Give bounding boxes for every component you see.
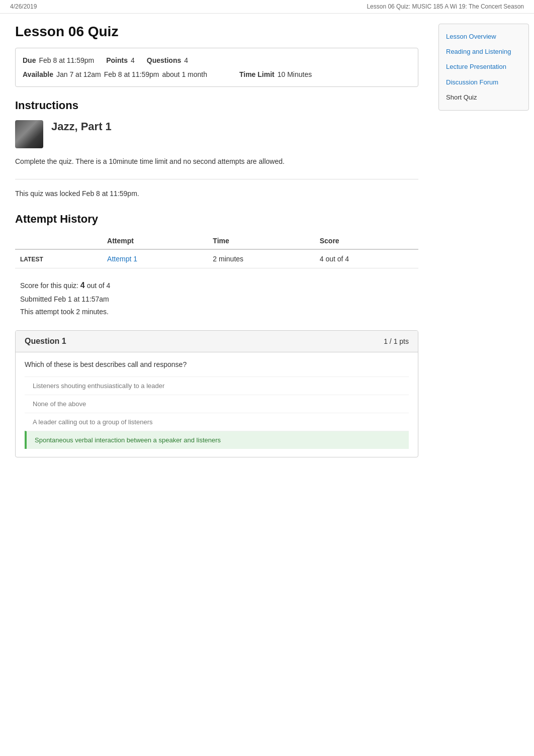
sidebar-link-2[interactable]: Lecture Presentation [446,63,506,70]
question-text-1: Which of these is best describes call an… [25,360,409,368]
page-subtitle: Lesson 06 Quiz: MUSIC 185 A Wi 19: The C… [367,3,524,10]
answer-option-1-4: Spontaneous verbal interaction between a… [25,431,409,449]
attempt-table: Attempt Time Score LATEST Attempt 1 2 mi… [15,233,418,268]
sidebar-item-3[interactable]: Discussion Forum [439,75,528,90]
score-summary: Score for this quiz: 4 out of 4 Submitte… [15,278,418,318]
sidebar-item-2[interactable]: Lecture Presentation [439,59,528,74]
question-number-1: Question 1 [25,337,66,346]
sidebar-box: Lesson OverviewReading and ListeningLect… [438,24,529,111]
col-attempt: Attempt [102,233,208,249]
instructions-block: Jazz, Part 1 [15,120,418,148]
attempt-score: 4 out of 4 [315,249,418,268]
date-label: 4/26/2019 [10,3,37,10]
available-duration: about 1 month [162,67,207,81]
col-empty [15,233,102,249]
locked-notice: This quiz was locked Feb 8 at 11:59pm. [15,190,418,198]
answer-option-1-3: A leader calling out to a group of liste… [25,413,409,431]
attempt-time: 2 minutes [208,249,314,268]
attempt-history-title: Attempt History [15,213,418,226]
questions-value: 4 [184,53,188,67]
points-label: Points [106,53,128,67]
quiz-meta: Due Feb 8 at 11:59pm Points 4 Questions … [15,48,418,87]
score-prefix: Score for this quiz: [20,281,78,290]
col-time: Time [208,233,314,249]
score-suffix: out of 4 [87,281,111,290]
sidebar: Lesson OverviewReading and ListeningLect… [433,14,534,478]
due-label: Due [23,53,36,67]
sidebar-link-0[interactable]: Lesson Overview [446,33,496,40]
question-points-1: 1 / 1 pts [384,337,409,345]
col-score: Score [315,233,418,249]
jazz-title: Jazz, Part 1 [51,120,112,133]
questions-container: Question 11 / 1 ptsWhich of these is bes… [15,330,418,457]
time-limit-label: Time Limit [239,67,275,81]
sidebar-link-3[interactable]: Discussion Forum [446,78,498,86]
points-value: 4 [131,53,135,67]
question-body-1: Which of these is best describes call an… [16,352,418,457]
available-label: Available [23,67,53,81]
sidebar-item-0[interactable]: Lesson Overview [439,29,528,44]
sidebar-link-1[interactable]: Reading and Listening [446,48,511,55]
available-end: Feb 8 at 11:59pm [104,67,159,81]
score-bold: 4 [80,281,85,290]
time-limit-value: 10 Minutes [278,67,312,81]
sidebar-item-1[interactable]: Reading and Listening [439,44,528,59]
question-box-1: Question 11 / 1 ptsWhich of these is bes… [15,330,418,457]
available-start: Jan 7 at 12am [56,67,101,81]
questions-label: Questions [147,53,181,67]
due-value: Feb 8 at 11:59pm [39,53,94,67]
instructions-title: Instructions [15,99,418,112]
attempt-row: LATEST Attempt 1 2 minutes 4 out of 4 [15,249,418,268]
score-took: This attempt took 2 minutes. [20,306,418,318]
attempt-link[interactable]: Attempt 1 [107,255,137,263]
answer-option-1-1: Listeners shouting enthusiastically to a… [25,376,409,395]
question-header-1: Question 11 / 1 pts [16,331,418,352]
score-submitted: Submitted Feb 1 at 11:57am [20,293,418,306]
jazz-thumbnail [15,120,43,148]
instructions-text: Complete the quiz. There is a 10minute t… [15,156,418,167]
answer-option-1-2: None of the above [25,395,409,413]
page-title: Lesson 06 Quiz [15,24,418,40]
sidebar-item-4: Short Quiz [439,90,528,105]
latest-label: LATEST [20,256,43,263]
